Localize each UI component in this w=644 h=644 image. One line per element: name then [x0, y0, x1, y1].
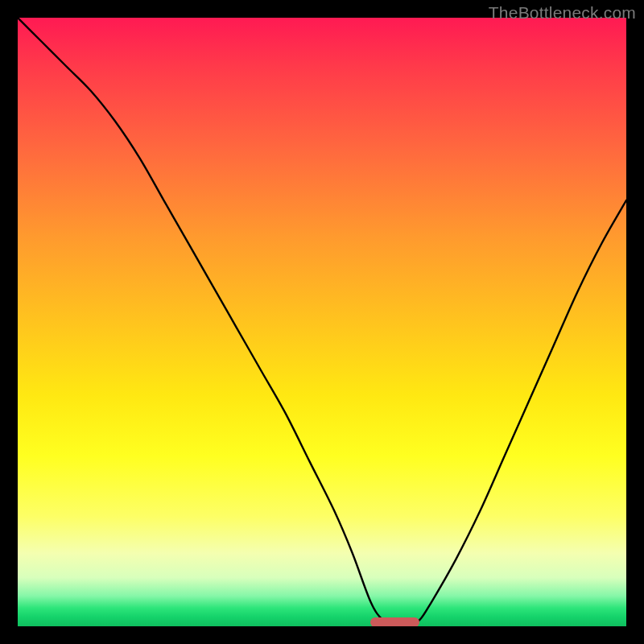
chart-frame: TheBottleneck.com	[0, 0, 644, 644]
optimal-range-marker	[370, 617, 419, 626]
plot-area	[18, 18, 626, 626]
bottleneck-curve	[18, 18, 626, 626]
watermark-text: TheBottleneck.com	[489, 3, 636, 23]
